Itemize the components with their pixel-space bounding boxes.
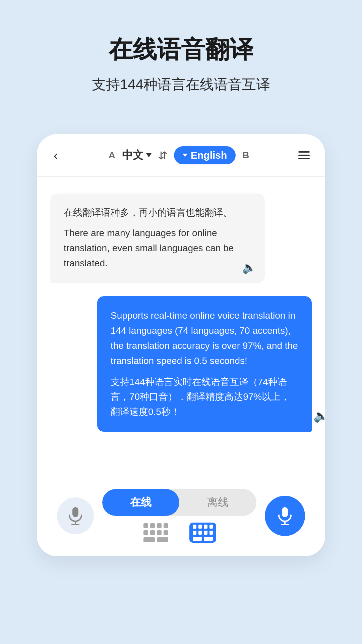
kb-key	[157, 537, 168, 542]
source-dropdown-arrow	[146, 153, 152, 157]
menu-line-1	[298, 151, 310, 153]
lang-a-label: A	[109, 150, 115, 161]
kb-key	[150, 530, 155, 535]
swap-languages-button[interactable]: ⇆	[156, 151, 169, 160]
kb-key-white	[198, 531, 202, 535]
kb-key	[143, 530, 148, 535]
kb-key-white	[198, 525, 202, 529]
kb-key	[157, 523, 162, 528]
bottom-controls-row: 在线 离线	[50, 489, 312, 543]
mic-icon-left	[68, 506, 83, 525]
lang-b-label: B	[242, 150, 249, 161]
kb-key	[143, 523, 148, 528]
page-title: 在线语音翻译	[109, 34, 253, 66]
target-dropdown-arrow-icon	[183, 154, 187, 157]
keyboard-blue-button[interactable]	[189, 523, 216, 543]
target-language-selector[interactable]: English	[174, 146, 236, 164]
kb-key	[143, 537, 155, 542]
left-speaker-icon[interactable]: 🔈	[242, 261, 256, 274]
top-bar: ‹ A 中文 ⇆ English B	[37, 134, 325, 177]
kb-key-white	[193, 525, 196, 529]
keyboard-row	[142, 523, 216, 543]
menu-button[interactable]	[296, 149, 312, 161]
right-speaker-icon[interactable]: 🔈	[313, 409, 325, 423]
source-language-selector[interactable]: 中文	[122, 148, 152, 163]
right-original-text: Supports real-time online voice translat…	[111, 308, 298, 368]
left-translated-text: There are many languages for online tran…	[64, 226, 251, 271]
left-original-text: 在线翻译语种多，再小的语言也能翻译。	[64, 206, 251, 220]
left-mic-button[interactable]	[57, 497, 94, 534]
kb-key-white	[193, 531, 196, 535]
page-subtitle: 支持144种语言在线语音互译	[92, 75, 270, 94]
kb-key-white	[209, 525, 213, 529]
right-mic-button[interactable]	[265, 496, 305, 536]
svg-rect-3	[282, 507, 288, 517]
kb-key-white	[209, 531, 213, 535]
mode-switcher: 在线 离线	[102, 489, 256, 516]
online-mode-button[interactable]: 在线	[102, 489, 179, 516]
kb-key-white	[204, 525, 207, 529]
kb-key-white	[204, 531, 207, 535]
kb-key	[164, 530, 168, 535]
back-button[interactable]: ‹	[50, 148, 61, 163]
keyboard-gray-button[interactable]	[142, 523, 169, 543]
kb-key	[164, 523, 168, 528]
left-translation-bubble: 在线翻译语种多，再小的语言也能翻译。 There are many langua…	[50, 194, 265, 283]
kb-key-white	[204, 537, 213, 541]
chat-area: 在线翻译语种多，再小的语言也能翻译。 There are many langua…	[37, 177, 325, 479]
kb-key	[150, 523, 155, 528]
kb-key	[157, 530, 162, 535]
bottom-bar: 在线 离线	[37, 479, 325, 556]
source-language-text: 中文	[122, 148, 143, 163]
menu-line-3	[298, 158, 310, 159]
svg-rect-0	[72, 507, 78, 517]
language-section: A 中文 ⇆ English B	[61, 146, 296, 164]
menu-line-2	[298, 155, 310, 156]
target-language-text: English	[191, 150, 227, 161]
kb-key-white	[193, 537, 202, 541]
phone-card: ‹ A 中文 ⇆ English B 在线翻译语种多，再小的语言也能翻译。 Th	[37, 134, 325, 556]
offline-mode-button[interactable]: 离线	[179, 489, 256, 516]
right-translation-bubble: Supports real-time online voice translat…	[97, 296, 312, 432]
mic-icon-right	[277, 506, 293, 525]
right-translated-text: 支持144种语言实时在线语音互译（74种语言，70种口音），翻译精度高达97%以…	[111, 375, 298, 420]
